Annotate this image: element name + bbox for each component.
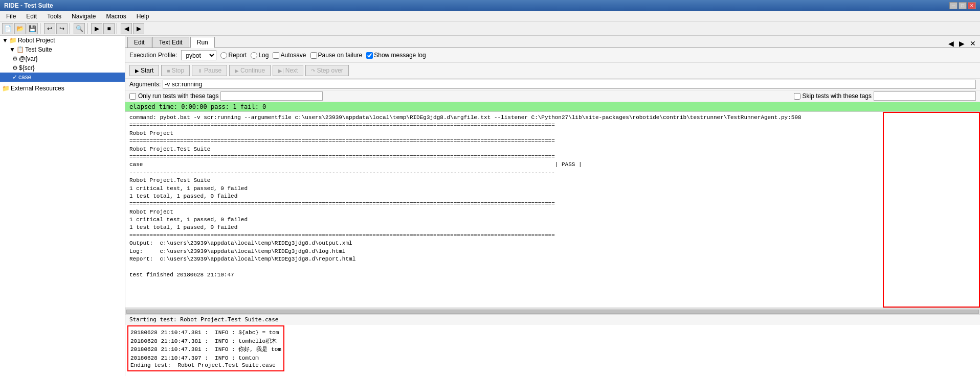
toolbar-sep3	[87, 23, 89, 34]
include-tags-checkbox[interactable]	[129, 93, 136, 100]
show-msg-checkbox-label[interactable]: Show message log	[366, 52, 426, 59]
run-button[interactable]: ▶	[91, 23, 102, 34]
log-line-1: 20180628 21:10:47.381 : INFO : ${abc} = …	[130, 330, 281, 361]
tree-item-scr[interactable]: ⚙ ${scr}	[0, 63, 125, 73]
continue-icon: ▶	[235, 68, 239, 74]
scr-icon: ⚙	[12, 64, 18, 72]
tree-item-label: Robot Project	[18, 37, 55, 44]
continue-button[interactable]: ▶ Continue	[229, 65, 271, 76]
report-radio-label[interactable]: Report	[220, 52, 247, 59]
tree-case-label: case	[18, 74, 31, 81]
prev-nav-button[interactable]: ◀	[121, 23, 132, 34]
tab-text-edit[interactable]: Text Edit	[152, 37, 189, 48]
execution-profile-row: Execution Profile: pybot jybot custom Re…	[125, 48, 980, 63]
output-area: elapsed time: 0:00:00 pass: 1 fail: 0 co…	[125, 102, 980, 376]
hscroll-track[interactable]	[126, 310, 979, 314]
main-output-container: command: pybot.bat -v scr:running --argu…	[125, 112, 980, 308]
tab-close-button[interactable]: ✕	[968, 39, 978, 48]
log-radio-label[interactable]: Log	[251, 52, 269, 59]
pause-button[interactable]: ⏸ Pause	[192, 65, 227, 76]
exec-profile-select[interactable]: pybot jybot custom	[181, 50, 216, 60]
menu-edit[interactable]: Edit	[22, 12, 41, 21]
case-icon: ✓	[12, 74, 17, 81]
log-panel: Starting test: Robot Project.Test Suite.…	[125, 315, 980, 376]
report-log-radios: Report Log	[220, 52, 269, 59]
pause-on-failure-checkbox[interactable]	[310, 52, 317, 59]
menu-help[interactable]: Help	[132, 12, 153, 21]
redo-button[interactable]: ↪	[56, 23, 68, 34]
exclude-tags-input[interactable]	[874, 91, 976, 101]
toolbar-sep1	[40, 23, 42, 34]
report-radio[interactable]	[220, 52, 227, 59]
pause-checkbox-label[interactable]: Pause on failure	[310, 52, 363, 59]
include-tags-label: Only run tests with these tags	[138, 92, 218, 100]
tab-prev-button[interactable]: ◀	[946, 39, 956, 48]
log-radio[interactable]	[251, 52, 257, 59]
run-controls-row: ▶ Start ■ Stop ⏸ Pause ▶ Continue ▶| Nex…	[125, 63, 980, 79]
menu-tools[interactable]: Tools	[43, 12, 65, 21]
step-over-icon: ↷	[311, 68, 315, 74]
tab-navigation: ◀ ▶ ✕	[946, 39, 978, 48]
tree-expand-icon2: ▼	[9, 46, 15, 53]
window-title-bar: RIDE - Test Suite ─ □ ✕	[0, 0, 980, 11]
arguments-input[interactable]	[163, 80, 976, 89]
tree-item-robot-project[interactable]: ▼ 📁 Robot Project	[0, 36, 125, 45]
tree-var-label: @{var}	[19, 55, 38, 62]
stop-icon: ■	[167, 68, 170, 74]
output-text-area[interactable]: command: pybot.bat -v scr:running --argu…	[125, 112, 883, 308]
tree-item-case[interactable]: ✓ case	[0, 73, 125, 82]
next-icon: ▶|	[278, 68, 284, 74]
undo-button[interactable]: ↩	[44, 23, 55, 34]
tags-row: Only run tests with these tags Skip test…	[125, 90, 980, 102]
pause-icon: ⏸	[197, 68, 203, 74]
menu-macros[interactable]: Macros	[102, 12, 130, 21]
next-nav-button[interactable]: ▶	[133, 23, 144, 34]
tabs-container: Edit Text Edit Run	[127, 37, 215, 48]
left-panel-tree: ▼ 📁 Robot Project ▼ 📋 Test Suite ⚙ @{var…	[0, 36, 125, 376]
tree-item-external[interactable]: 📁 External Resources	[0, 84, 125, 93]
open-button[interactable]: 📂	[14, 23, 26, 34]
log-content[interactable]: 20180628 21:10:47.381 : INFO : ${abc} = …	[125, 324, 980, 374]
var-icon: ⚙	[12, 55, 18, 62]
menu-file[interactable]: File	[2, 12, 20, 21]
tree-item-test-suite[interactable]: ▼ 📋 Test Suite	[0, 45, 125, 54]
save-button[interactable]: 💾	[27, 23, 38, 34]
tab-next-button[interactable]: ▶	[957, 39, 967, 48]
horizontal-scrollbar[interactable]	[125, 308, 980, 315]
autosave-checkbox[interactable]	[273, 52, 279, 59]
tree-suite-label: Test Suite	[25, 46, 52, 53]
stop-button[interactable]: ■ Stop	[161, 65, 190, 76]
start-icon: ▶	[135, 68, 139, 74]
toolbar-sep2	[70, 23, 72, 34]
start-button[interactable]: ▶ Start	[129, 65, 159, 76]
maximize-button[interactable]: □	[959, 2, 967, 9]
log-status-bar: Starting test: Robot Project.Test Suite.…	[125, 315, 980, 324]
new-button[interactable]: 📄	[2, 23, 13, 34]
next-button[interactable]: ▶| Next	[273, 65, 303, 76]
log-lines: 20180628 21:10:47.381 : INFO : ${abc} = …	[130, 328, 281, 362]
exclude-tags-checkbox[interactable]	[794, 93, 800, 100]
search-button[interactable]: 🔍	[74, 23, 85, 34]
log-ending-line: Ending test: Robot Project.Test Suite.ca…	[130, 362, 281, 368]
tab-bar: Edit Text Edit Run ◀ ▶ ✕	[125, 36, 980, 48]
status-bar: elapsed time: 0:00:00 pass: 1 fail: 0	[125, 102, 980, 112]
autosave-checkbox-label[interactable]: Autosave	[273, 52, 306, 59]
step-over-button[interactable]: ↷ Step over	[305, 65, 348, 76]
tab-run[interactable]: Run	[190, 37, 215, 48]
menu-navigate[interactable]: Navigate	[68, 12, 100, 21]
tab-edit[interactable]: Edit	[127, 37, 151, 48]
include-tags-input[interactable]	[220, 91, 323, 101]
arguments-label: Arguments:	[129, 81, 161, 88]
tree-scr-label: ${scr}	[19, 64, 35, 72]
tree-external-label: External Resources	[11, 85, 64, 92]
close-button[interactable]: ✕	[968, 2, 976, 9]
right-panel: Edit Text Edit Run ◀ ▶ ✕ Execution Profi…	[125, 36, 980, 376]
minimize-button[interactable]: ─	[949, 2, 957, 9]
arguments-row: Arguments:	[125, 79, 980, 90]
toolbar: 📄 📂 💾 ↩ ↪ 🔍 ▶ ■ ◀ ▶	[0, 21, 980, 36]
tree-item-var[interactable]: ⚙ @{var}	[0, 54, 125, 63]
output-right-panel	[883, 112, 980, 308]
show-message-log-checkbox[interactable]	[366, 52, 373, 59]
stop-run-button[interactable]: ■	[103, 23, 115, 34]
external-icon: 📁	[2, 85, 10, 92]
